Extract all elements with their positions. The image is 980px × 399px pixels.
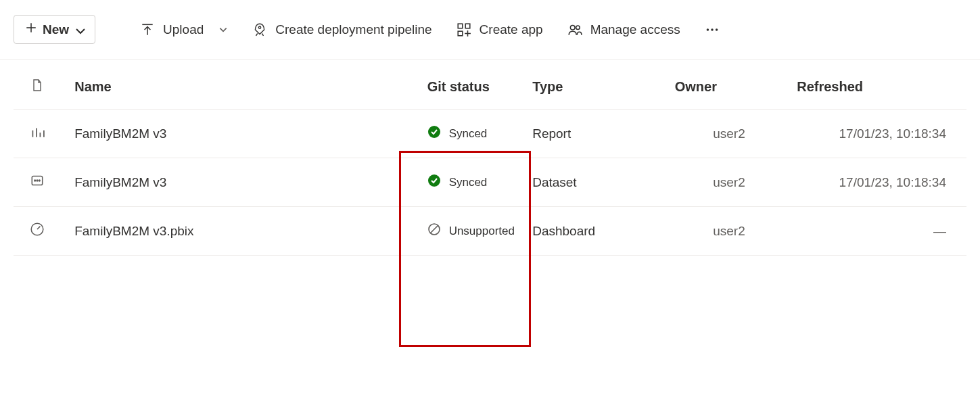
item-owner: user2 xyxy=(668,158,791,207)
new-button-label: New xyxy=(43,22,69,37)
item-name[interactable]: FamilyBM2M v3 xyxy=(61,158,403,207)
svg-point-26 xyxy=(428,174,440,187)
git-status-cell: Synced xyxy=(404,110,533,158)
svg-point-16 xyxy=(716,28,718,31)
manage-access-label: Manage access xyxy=(590,22,680,37)
item-refreshed: 17/01/23, 10:18:34 xyxy=(790,110,966,158)
column-header-icon[interactable] xyxy=(14,60,61,110)
blocked-icon xyxy=(427,222,441,239)
svg-point-4 xyxy=(259,26,261,28)
git-status-text: Unsupported xyxy=(449,225,515,238)
new-button[interactable]: New xyxy=(14,15,95,44)
table-row[interactable]: FamilyBM2M v3SyncedDatasetuser217/01/23,… xyxy=(14,158,966,207)
manage-access-button[interactable]: Manage access xyxy=(567,22,680,37)
item-owner: user2 xyxy=(668,110,791,158)
people-icon xyxy=(567,22,582,37)
upload-label: Upload xyxy=(163,22,204,37)
content-area: Name Git status Type Owner Refreshed Fam… xyxy=(0,60,980,256)
chevron-down-icon xyxy=(218,25,228,34)
item-type: Report xyxy=(532,110,668,158)
upload-button[interactable]: Upload xyxy=(140,22,228,37)
dashboard-type-icon xyxy=(14,207,61,256)
table-row[interactable]: FamilyBM2M v3.pbixUnsupportedDashboardus… xyxy=(14,207,966,256)
git-status-text: Synced xyxy=(449,127,488,141)
upload-icon xyxy=(140,22,155,37)
svg-point-13 xyxy=(576,25,580,29)
plus-icon xyxy=(25,22,37,37)
column-header-owner[interactable]: Owner xyxy=(668,60,791,110)
svg-point-24 xyxy=(37,180,38,181)
svg-point-25 xyxy=(39,180,41,181)
svg-point-21 xyxy=(428,126,440,138)
svg-point-12 xyxy=(570,25,575,30)
git-status-text: Synced xyxy=(449,176,488,189)
svg-point-15 xyxy=(711,28,714,31)
item-type: Dashboard xyxy=(532,207,668,256)
column-header-name[interactable]: Name xyxy=(61,60,403,110)
svg-point-23 xyxy=(34,180,36,181)
svg-line-30 xyxy=(430,226,438,233)
svg-line-28 xyxy=(37,227,40,229)
chevron-down-icon xyxy=(74,25,84,34)
svg-rect-7 xyxy=(458,24,463,28)
item-refreshed: — xyxy=(790,207,966,256)
rocket-icon xyxy=(252,22,267,37)
item-refreshed: 17/01/23, 10:18:34 xyxy=(790,158,966,207)
create-pipeline-label: Create deployment pipeline xyxy=(275,22,431,37)
svg-rect-9 xyxy=(458,31,463,36)
git-status-cell: Unsupported xyxy=(404,207,533,256)
item-owner: user2 xyxy=(668,207,791,256)
table-header-row: Name Git status Type Owner Refreshed xyxy=(14,60,966,110)
column-header-refreshed[interactable]: Refreshed xyxy=(790,60,966,110)
toolbar: New Upload Create deployment pipeline Cr… xyxy=(0,0,980,60)
column-header-git-status[interactable]: Git status xyxy=(404,60,533,110)
items-table: Name Git status Type Owner Refreshed Fam… xyxy=(14,60,966,256)
item-name[interactable]: FamilyBM2M v3 xyxy=(61,110,403,158)
svg-point-14 xyxy=(706,28,709,31)
column-header-type[interactable]: Type xyxy=(532,60,668,110)
create-pipeline-button[interactable]: Create deployment pipeline xyxy=(252,22,431,37)
check-circle-icon xyxy=(427,125,441,142)
svg-line-5 xyxy=(256,33,258,35)
git-status-cell: Synced xyxy=(404,158,533,207)
svg-line-6 xyxy=(262,33,264,35)
more-button[interactable] xyxy=(705,22,720,37)
report-type-icon xyxy=(14,110,61,158)
create-app-button[interactable]: Create app xyxy=(457,22,543,37)
app-icon xyxy=(457,22,471,37)
table-row[interactable]: FamilyBM2M v3SyncedReportuser217/01/23, … xyxy=(14,110,966,158)
item-type: Dataset xyxy=(532,158,668,207)
svg-rect-8 xyxy=(465,24,470,28)
check-circle-icon xyxy=(427,174,441,191)
item-name[interactable]: FamilyBM2M v3.pbix xyxy=(61,207,403,256)
create-app-label: Create app xyxy=(480,22,543,37)
dataset-type-icon xyxy=(14,158,61,207)
